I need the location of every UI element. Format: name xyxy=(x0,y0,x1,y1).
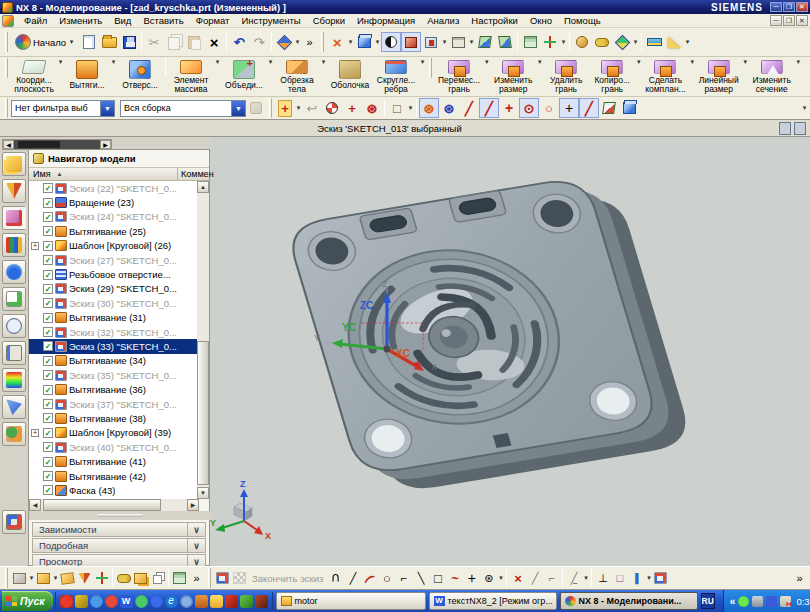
menu-information[interactable]: Информация xyxy=(351,14,421,27)
toolbar-grip[interactable] xyxy=(321,32,324,52)
menu-format[interactable]: Формат xyxy=(190,14,236,27)
column-comment[interactable]: Коммен xyxy=(177,168,214,180)
make-coplanar-button[interactable]: Сделатькомплан... xyxy=(642,58,688,95)
toolbar-overflow-button[interactable]: » xyxy=(301,33,318,51)
scope-combo[interactable]: Вся сборка ▼ xyxy=(120,100,246,117)
chevron-down-icon[interactable]: ∨ xyxy=(187,539,205,552)
snap-solid-toggle[interactable] xyxy=(619,98,639,118)
roles-tab[interactable] xyxy=(2,422,26,446)
visibility-checkbox[interactable]: ✓ xyxy=(43,284,53,294)
datum-dropdown[interactable]: ▾ xyxy=(57,58,64,95)
system-scenes-tab[interactable] xyxy=(2,510,26,534)
edit-object-display-button[interactable] xyxy=(572,32,592,52)
visibility-checkbox[interactable]: ✓ xyxy=(43,413,53,423)
extrude-dropdown[interactable]: ▾ xyxy=(110,58,117,95)
toolbar-grip[interactable] xyxy=(269,98,272,118)
pin-icon[interactable] xyxy=(33,153,44,164)
selection-bar-overflow[interactable]: ▾ xyxy=(801,104,808,112)
snap-point-dropdown[interactable]: ▾ xyxy=(295,104,302,112)
trim-body-button[interactable]: Обрезкатела xyxy=(274,58,320,95)
circle-tool-button[interactable]: ○ xyxy=(378,569,395,587)
visibility-checkbox[interactable]: ✓ xyxy=(43,442,53,452)
orient-view-button[interactable] xyxy=(540,32,560,52)
tree-item-pattern-26[interactable]: +✓Шаблон [Круговой] (26) xyxy=(29,239,198,253)
prompt-doc-icon-2[interactable] xyxy=(794,122,806,135)
exploded-views-button[interactable] xyxy=(149,569,166,587)
prompt-doc-icon[interactable] xyxy=(779,122,791,135)
edge-blend-button[interactable]: Скругле...ребра xyxy=(373,58,419,95)
menu-analysis[interactable]: Анализ xyxy=(421,14,465,27)
visibility-checkbox[interactable]: ✓ xyxy=(43,356,53,366)
cut-button[interactable]: ✂ xyxy=(144,32,164,52)
new-component-dropdown[interactable]: ▾ xyxy=(52,574,59,582)
resize-face-button[interactable]: Изменитьразмер xyxy=(490,58,536,95)
taskbar-nx-button[interactable]: NX 8 - Моделировани... xyxy=(560,592,698,610)
ie-quicklaunch-icon[interactable]: e xyxy=(165,595,178,608)
tree-item-extrude-34[interactable]: ✓Вытягивание (34) xyxy=(29,354,198,368)
layer-settings-button[interactable] xyxy=(520,32,540,52)
graphics-viewport[interactable]: Z ZC X XC Y YC Z X Y xyxy=(210,137,810,566)
open-button[interactable] xyxy=(99,32,119,52)
slider-right-arrow[interactable]: ▶ xyxy=(100,140,111,149)
wave-link-button[interactable] xyxy=(171,569,188,587)
new-component-button[interactable] xyxy=(35,569,52,587)
antivirus-tray-icon[interactable] xyxy=(738,596,749,607)
rotate-point-button[interactable]: + xyxy=(342,98,362,118)
tree-item-sketch-37[interactable]: ✓Эскиз (37) "SKETCH_0... xyxy=(29,397,198,411)
linear-dimension-button[interactable]: Линейныйразмер xyxy=(696,58,742,95)
model-3d-view[interactable]: Z ZC X XC Y YC Z X Y xyxy=(210,137,810,566)
snapshot-dropdown[interactable]: ▾ xyxy=(632,38,639,46)
minimize-button[interactable]: ─ xyxy=(770,2,782,12)
shell-button[interactable]: Оболочка xyxy=(327,58,373,95)
extrude-button[interactable]: Вытяги... xyxy=(64,58,110,95)
slider-left-arrow[interactable]: ◀ xyxy=(3,140,14,149)
show-hide-dropdown[interactable]: ▾ xyxy=(347,38,354,46)
quicklaunch-icon-10[interactable] xyxy=(195,595,208,608)
new-document-button[interactable] xyxy=(79,32,99,52)
feature-tree[interactable]: ✓Эскиз (22) "SKETCH_0... ✓Вращение (23) … xyxy=(29,181,199,499)
line-tool-button[interactable]: ╱ xyxy=(344,569,361,587)
pan-button[interactable]: ⊛ xyxy=(362,98,382,118)
dimension-tool-dropdown[interactable]: ▾ xyxy=(645,574,652,582)
redo-button[interactable]: ↷ xyxy=(249,32,269,52)
quicklaunch-icon-3[interactable] xyxy=(90,595,103,608)
profile-tool-button[interactable]: ∪ xyxy=(327,569,344,587)
toolbar-grip[interactable] xyxy=(5,568,8,588)
dependencies-panel[interactable]: Зависимости ∨ xyxy=(32,522,206,537)
menu-insert[interactable]: Вставить xyxy=(137,14,189,27)
delete-face-button[interactable]: Удалитьгрань xyxy=(543,58,589,95)
splitter-grip[interactable] xyxy=(97,514,143,517)
undo-button[interactable]: ↶ xyxy=(229,32,249,52)
toolbar-grip[interactable] xyxy=(429,58,432,78)
scroll-thumb[interactable] xyxy=(197,341,209,485)
tree-item-extrude-36[interactable]: ✓Вытягивание (36) xyxy=(29,382,198,396)
visibility-checkbox[interactable]: ✓ xyxy=(43,385,53,395)
menu-view[interactable]: Вид xyxy=(108,14,137,27)
tree-item-extrude-31[interactable]: ✓Вытягивание (31) xyxy=(29,311,198,325)
visibility-checkbox[interactable]: ✓ xyxy=(43,370,53,380)
snap-line-toggle[interactable]: ╱ xyxy=(459,98,479,118)
expand-icon[interactable]: + xyxy=(31,242,39,250)
menu-assemblies[interactable]: Сборки xyxy=(307,14,351,27)
manufacturing-wizard-tab[interactable] xyxy=(2,395,26,419)
coplanar-dropdown[interactable]: ▾ xyxy=(689,58,696,95)
visibility-checkbox[interactable]: ✓ xyxy=(43,241,53,251)
show-hide-key-button[interactable] xyxy=(592,32,612,52)
folder-quicklaunch-icon[interactable] xyxy=(210,595,223,608)
tree-item-sketch-40[interactable]: ✓Эскиз (40) "SKETCH_0... xyxy=(29,440,198,454)
reuse-library-tab[interactable] xyxy=(2,233,26,257)
translucency-dropdown[interactable]: ▾ xyxy=(441,38,448,46)
navigator-column-header[interactable]: Имя ▲ Коммен xyxy=(29,167,209,181)
hscroll-thumb[interactable] xyxy=(43,499,161,511)
visibility-checkbox[interactable]: ✓ xyxy=(43,270,53,280)
window-view-dropdown[interactable]: ▾ xyxy=(468,38,475,46)
menu-file[interactable]: Файл xyxy=(18,14,53,27)
sketch-button[interactable] xyxy=(214,569,231,587)
finish-sketch-button[interactable] xyxy=(231,569,248,587)
slider-track[interactable] xyxy=(14,140,100,149)
quicklaunch-icon-2[interactable] xyxy=(75,595,88,608)
snap-point-button[interactable]: + xyxy=(275,98,295,118)
toolbar-grip[interactable] xyxy=(5,58,8,78)
tree-item-sketch-32[interactable]: ✓Эскиз (32) "SKETCH_0... xyxy=(29,325,198,339)
visibility-checkbox[interactable]: ✓ xyxy=(43,457,53,467)
